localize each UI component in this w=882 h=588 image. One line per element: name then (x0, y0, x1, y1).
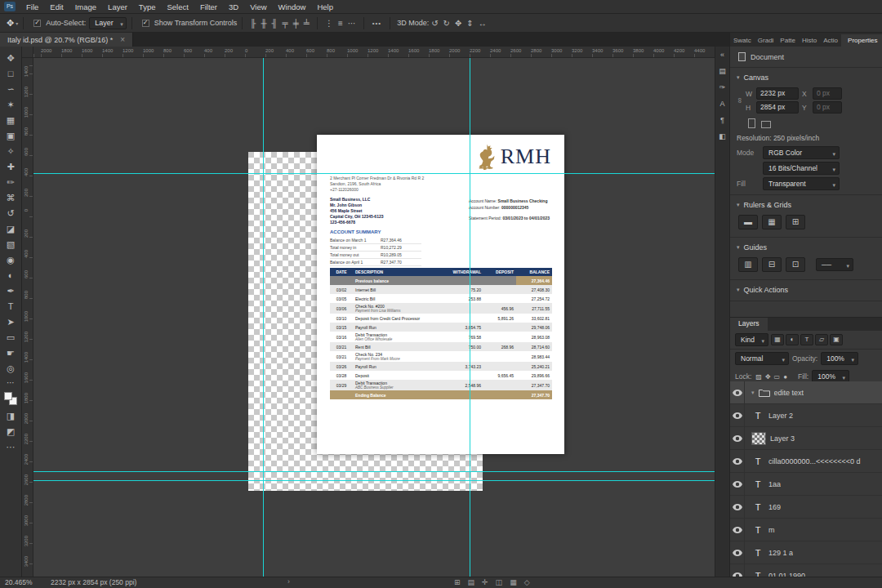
layer-row[interactable]: T 129 1 a (730, 541, 882, 564)
x-field[interactable]: 0 px (813, 87, 842, 100)
landscape-orientation-button[interactable] (761, 121, 771, 128)
frame-tool[interactable]: ▣ (2, 128, 19, 144)
move-tool[interactable]: ✥ (2, 51, 19, 66)
lock-icon[interactable]: ▭ (773, 373, 782, 381)
panel-tab-actio[interactable]: Actio (820, 34, 841, 47)
align-icon[interactable]: ╟ (247, 19, 258, 28)
shape-tool[interactable]: ▭ (2, 330, 19, 345)
canvas-section-header[interactable]: Canvas (730, 68, 882, 84)
layer-name[interactable]: Layer 3 (770, 434, 795, 443)
menu-help[interactable]: Help (311, 2, 339, 11)
align-icon[interactable]: ╪ (291, 19, 301, 28)
history-brush-tool[interactable]: ↺ (2, 206, 19, 221)
menu-edit[interactable]: Edit (44, 2, 69, 11)
zoom-tool[interactable]: ◎ (2, 361, 19, 376)
guides-icon[interactable]: ▥ (738, 257, 758, 272)
brush-tool[interactable]: ✏ (2, 175, 19, 190)
vertical-guide[interactable] (263, 58, 264, 577)
auto-select-target-dropdown[interactable]: Layer (89, 17, 127, 29)
menu-window[interactable]: Window (273, 2, 312, 11)
layer-thumbnail[interactable] (751, 432, 766, 445)
document-tab[interactable]: Italy id.psd @ 20.7% (RGB/16) * × (0, 33, 133, 47)
layer-row[interactable]: T m (730, 519, 882, 541)
panel-strip-icon[interactable]: ¶ (720, 116, 724, 124)
edit-toolbar-button[interactable]: ⋯ (7, 378, 15, 387)
layer-name[interactable]: 129 1 a (768, 549, 793, 557)
layer-row[interactable]: T 01.01.1990 (730, 564, 882, 577)
3d-mode-icon[interactable]: ↔ (476, 19, 489, 28)
quick-selection-tool[interactable]: ✶ (2, 97, 19, 113)
dodge-tool[interactable]: ◐ (2, 268, 19, 283)
lasso-tool[interactable]: ∽ (2, 82, 19, 97)
eyedropper-tool[interactable]: ✧ (2, 144, 19, 159)
blur-tool[interactable]: ◉ (2, 252, 19, 268)
rulers-grids-icon[interactable]: ▬ (738, 215, 758, 229)
align-icon[interactable]: ╤ (280, 19, 291, 28)
marquee-tool[interactable]: □ (2, 66, 19, 82)
menu-layer[interactable]: Layer (102, 2, 133, 11)
3d-mode-icon[interactable]: ✥ (452, 19, 464, 28)
menu-image[interactable]: Image (69, 2, 102, 11)
ruler-corner[interactable] (22, 47, 33, 58)
type-tool[interactable]: T (2, 299, 19, 314)
blend-mode-dropdown[interactable]: Normal (735, 352, 789, 365)
layer-row[interactable]: T 169 (730, 496, 882, 519)
fill-dropdown[interactable]: Transparent (763, 177, 840, 190)
lock-icon[interactable]: ✥ (764, 373, 772, 381)
layer-name[interactable]: cilla0000000...<<<<<<<<0 d (768, 457, 861, 466)
statusbar-icon[interactable]: ◫ (496, 578, 503, 586)
panel-tab-patte[interactable]: Patte (777, 34, 799, 47)
layer-row[interactable]: T 1aa (730, 473, 882, 496)
opacity-field[interactable]: 100% (821, 352, 858, 365)
width-field[interactable]: 2232 px (756, 87, 799, 100)
layer-row[interactable]: Layer 3 (730, 427, 882, 450)
lock-icon[interactable]: ● (782, 373, 788, 381)
horizontal-guide[interactable] (33, 471, 715, 472)
close-icon[interactable]: × (120, 35, 125, 44)
panel-strip-icon[interactable]: A (719, 100, 724, 108)
layers-tab[interactable]: Layers (730, 318, 768, 331)
3d-mode-icon[interactable]: ⇕ (464, 19, 475, 28)
visibility-eye-icon[interactable] (730, 519, 745, 541)
layer-name[interactable]: edite text (774, 389, 804, 397)
panel-strip-icon[interactable]: « (720, 51, 724, 59)
height-field[interactable]: 2854 px (756, 101, 799, 114)
distribute-icon[interactable]: ⋯ (345, 19, 359, 28)
visibility-eye-icon[interactable] (730, 564, 745, 577)
layer-row[interactable]: T cilla0000000...<<<<<<<<0 d (730, 450, 882, 473)
show-transform-checkbox[interactable] (142, 20, 149, 27)
quick-actions-header[interactable]: Quick Actions (730, 280, 882, 296)
healing-brush-tool[interactable]: ✚ (2, 159, 19, 175)
layer-name[interactable]: Layer 2 (768, 412, 793, 420)
rulers-grids-icon[interactable]: ⊞ (786, 215, 805, 229)
path-selection-tool[interactable]: ➤ (2, 314, 19, 330)
pen-tool[interactable]: ✒ (2, 283, 19, 299)
crop-tool[interactable]: ▦ (2, 113, 19, 128)
3d-mode-icon[interactable]: ↺ (429, 19, 440, 28)
hand-tool[interactable]: ☛ (2, 345, 19, 361)
3d-mode-icon[interactable]: ↻ (441, 19, 452, 28)
foreground-color-swatch[interactable] (4, 392, 12, 400)
horizontal-ruler[interactable]: 2000180016001400120010008006004002000200… (33, 47, 715, 58)
layer-name[interactable]: 169 (768, 503, 781, 511)
toolbar-mode-icon[interactable]: ◩ (2, 424, 19, 439)
horizontal-guide[interactable] (33, 173, 715, 174)
vertical-guide[interactable] (470, 58, 470, 577)
rulers-grids-icon[interactable]: ▦ (762, 215, 782, 229)
color-mode-dropdown[interactable]: RGB Color (763, 146, 840, 159)
layer-row[interactable]: T Layer 2 (730, 404, 882, 427)
visibility-eye-icon[interactable] (730, 496, 745, 518)
distribute-icon[interactable]: ⋮ (323, 19, 336, 28)
app-icon[interactable]: Ps (4, 2, 16, 11)
layer-filter-icon[interactable]: ▱ (815, 334, 828, 345)
y-field[interactable]: 0 px (813, 101, 842, 114)
zoom-level-field[interactable]: 20.465% (5, 578, 33, 586)
guides-header[interactable]: Guides (730, 238, 882, 254)
lock-icon[interactable]: ▨ (755, 373, 763, 381)
layer-name[interactable]: m (768, 526, 775, 534)
panel-tab-swatc[interactable]: Swatc (730, 34, 755, 47)
horizontal-guide[interactable] (33, 480, 715, 481)
distribute-icon[interactable]: ≡ (336, 19, 345, 28)
bit-depth-dropdown[interactable]: 16 Bits/Channel (763, 162, 840, 175)
statusbar-icon[interactable]: ▤ (468, 578, 475, 586)
